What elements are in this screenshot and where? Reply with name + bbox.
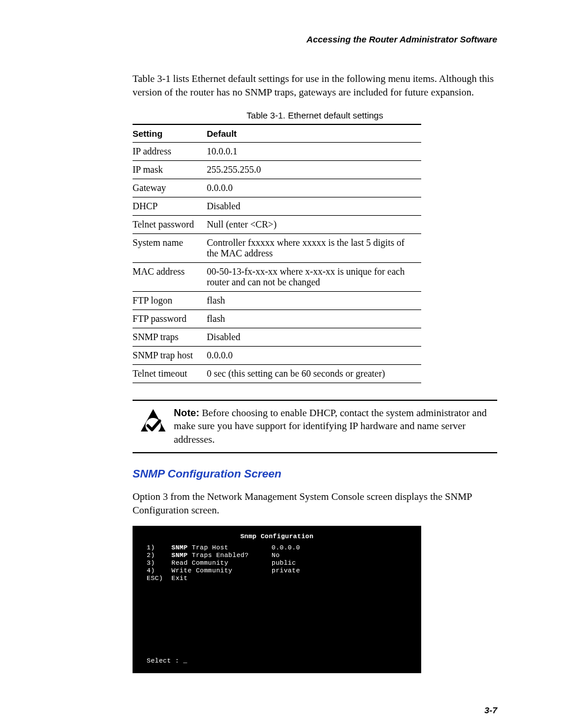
cell-setting: SNMP trap host — [133, 346, 207, 364]
terminal-line: 1)SNMP Trap Host0.0.0.0 — [147, 544, 407, 552]
table-row: FTP passwordflash — [133, 309, 421, 328]
terminal-value: private — [272, 567, 300, 575]
cell-default: 00-50-13-fx-xx-xx where x-xx-xx is uniqu… — [207, 262, 421, 291]
cell-setting: DHCP — [133, 197, 207, 215]
cell-default: flash — [207, 309, 421, 328]
terminal-value: public — [272, 559, 296, 567]
cell-default: 0.0.0.0 — [207, 346, 421, 364]
cell-default: Disabled — [207, 197, 421, 215]
cell-setting: SNMP traps — [133, 328, 207, 346]
terminal-key: ESC) — [147, 575, 171, 582]
intro-paragraph: Table 3-1 lists Ethernet default setting… — [133, 73, 497, 100]
column-header-default: Default — [207, 124, 421, 143]
page-number: 3-7 — [484, 705, 497, 715]
table-row: IP address10.0.0.1 — [133, 142, 421, 160]
cell-setting: Telnet password — [133, 215, 207, 233]
table-row: DHCPDisabled — [133, 197, 421, 215]
cell-default: Null (enter <CR>) — [207, 215, 421, 233]
cell-default: 255.255.255.0 — [207, 160, 421, 179]
cell-default: Controller fxxxxx where xxxxx is the las… — [207, 233, 421, 262]
table-row: IP mask255.255.255.0 — [133, 160, 421, 179]
terminal-screenshot: Snmp Configuration 1)SNMP Trap Host0.0.0… — [133, 526, 421, 673]
note-text: Note: Before choosing to enable DHCP, co… — [174, 407, 497, 446]
table-row: FTP logonflash — [133, 291, 421, 309]
cell-default: flash — [207, 291, 421, 309]
cell-setting: MAC address — [133, 262, 207, 291]
cell-setting: IP mask — [133, 160, 207, 179]
terminal-key: 4) — [147, 567, 171, 575]
note-icon — [133, 407, 174, 435]
terminal-key: 3) — [147, 559, 171, 567]
terminal-key: 2) — [147, 552, 171, 559]
cell-default: 0 sec (this setting can be 60 seconds or… — [207, 364, 421, 383]
terminal-line: 3)Read Communitypublic — [147, 559, 407, 567]
terminal-line: ESC)Exit — [147, 575, 407, 582]
cell-setting: System name — [133, 233, 207, 262]
cell-setting: FTP logon — [133, 291, 207, 309]
terminal-value: 0.0.0.0 — [272, 544, 300, 552]
cell-setting: Telnet timeout — [133, 364, 207, 383]
note-block: Note: Before choosing to enable DHCP, co… — [133, 400, 497, 453]
note-label: Note: — [174, 407, 199, 419]
settings-table: Setting Default IP address10.0.0.1 IP ma… — [133, 124, 421, 383]
terminal-title: Snmp Configuration — [147, 533, 407, 541]
cell-default: 10.0.0.1 — [207, 142, 421, 160]
table-row: SNMP trap host0.0.0.0 — [133, 346, 421, 364]
terminal-label: Write Community — [171, 567, 272, 575]
terminal-label: Exit — [171, 575, 272, 582]
table-row: Telnet timeout0 sec (this setting can be… — [133, 364, 421, 383]
terminal-line: 4)Write Communityprivate — [147, 567, 407, 575]
terminal-label: Read Community — [171, 559, 272, 567]
column-header-setting: Setting — [133, 124, 207, 143]
cell-setting: FTP password — [133, 309, 207, 328]
table-row: Telnet passwordNull (enter <CR>) — [133, 215, 421, 233]
cell-default: Disabled — [207, 328, 421, 346]
section-paragraph: Option 3 from the Network Management Sys… — [133, 490, 497, 518]
table-row: Gateway0.0.0.0 — [133, 179, 421, 197]
table-row: MAC address00-50-13-fx-xx-xx where x-xx-… — [133, 262, 421, 291]
table-row: SNMP trapsDisabled — [133, 328, 421, 346]
terminal-value: No — [272, 552, 280, 559]
cell-default: 0.0.0.0 — [207, 179, 421, 197]
terminal-label: SNMP Trap Host — [171, 544, 272, 552]
terminal-label: SNMP Traps Enabled? — [171, 552, 272, 559]
terminal-line: 2)SNMP Traps Enabled?No — [147, 552, 407, 559]
cell-setting: IP address — [133, 142, 207, 160]
note-body: Before choosing to enable DHCP, contact … — [174, 407, 487, 445]
terminal-prompt: Select : _ — [147, 657, 187, 665]
cell-setting: Gateway — [133, 179, 207, 197]
terminal-key: 1) — [147, 544, 171, 552]
table-caption: Table 3-1. Ethernet default settings — [133, 110, 497, 120]
running-header: Accessing the Router Administrator Softw… — [133, 34, 497, 44]
page: Accessing the Router Administrator Softw… — [0, 0, 562, 728]
section-heading: SNMP Configuration Screen — [133, 467, 497, 480]
table-row: System nameController fxxxxx where xxxxx… — [133, 233, 421, 262]
